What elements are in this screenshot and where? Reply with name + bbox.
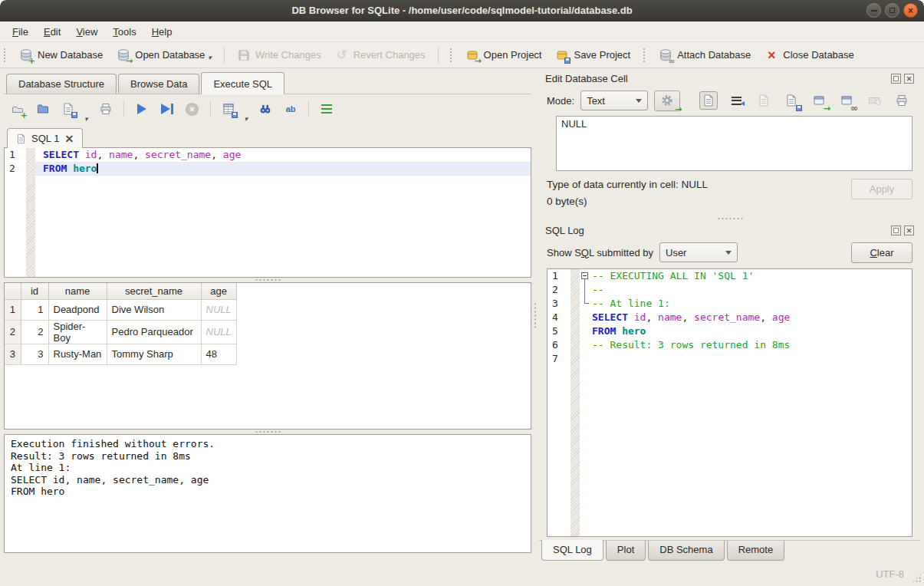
close-tab-icon[interactable]: ✕	[64, 133, 74, 144]
column-header-secret-name[interactable]: secret_name	[107, 283, 201, 299]
sql-log-dock: SQL Log ✕ Show SQL submitted by User Cle…	[539, 222, 920, 540]
column-header-age[interactable]: age	[201, 283, 236, 299]
tab-browse-data[interactable]: Browse Data	[118, 74, 199, 94]
table-cell[interactable]: 48	[201, 344, 236, 364]
close-button[interactable]: ×	[903, 3, 918, 18]
toolbar-separator	[123, 100, 124, 117]
revert-changes-icon: ↺	[335, 48, 349, 62]
edit-cell-icon-strip: → ∞	[699, 91, 912, 110]
toolbar-handle[interactable]	[3, 48, 7, 63]
new-sql-tab-icon[interactable]: +	[10, 101, 25, 117]
print-cell-icon[interactable]	[893, 91, 911, 110]
tab-database-structure[interactable]: Database Structure	[6, 74, 117, 94]
splitter-vertical[interactable]	[531, 68, 539, 563]
fold-marker-icon[interactable]	[581, 272, 588, 279]
autocomplete-icon[interactable]: ab	[283, 101, 298, 117]
sql-log-view[interactable]: 1234567 -- EXECUTING ALL IN 'SQL 1'---- …	[547, 268, 912, 537]
status-bar: UTF-8	[0, 563, 924, 585]
find-icon[interactable]	[258, 101, 273, 117]
toolbar-separator	[308, 100, 309, 117]
splitter-handle-icon	[255, 430, 281, 433]
cell-editor[interactable]: NULL	[556, 116, 912, 171]
sql-tab[interactable]: SQL 1 ✕	[7, 128, 83, 148]
toolbar-handle[interactable]	[643, 48, 646, 63]
column-header-name[interactable]: name	[48, 283, 107, 299]
new-database-button[interactable]: + New Database	[18, 47, 104, 64]
table-cell[interactable]: Tommy Sharp	[107, 344, 201, 364]
format-sql-icon[interactable]	[319, 101, 334, 117]
minimize-button[interactable]	[866, 3, 881, 18]
save-results-icon[interactable]	[221, 101, 236, 117]
dropdown-arrow-icon[interactable]: ▾	[208, 54, 212, 62]
column-header-id[interactable]: id	[21, 283, 48, 299]
main-toolbar: + New Database → Open Database ▾ Write C…	[0, 42, 924, 68]
resize-grip[interactable]	[912, 573, 922, 583]
line-number: 3	[547, 297, 571, 311]
table-cell[interactable]: Deadpond	[48, 299, 107, 320]
dock-tab-db-schema[interactable]: DB Schema	[648, 541, 724, 561]
sql-editor[interactable]: 12 SELECT id, name, secret_name, ageFROM…	[4, 147, 531, 278]
dock-splitter[interactable]	[539, 216, 920, 222]
table-cell[interactable]: Dive Wilson	[107, 299, 201, 320]
titlebar[interactable]: DB Browser for SQLite - /home/user/code/…	[0, 0, 924, 21]
dock-title-label: SQL Log	[545, 225, 584, 236]
menu-file[interactable]: File	[5, 23, 36, 41]
log-margin	[571, 269, 580, 536]
table-cell[interactable]: Spider-Boy	[48, 320, 107, 344]
toolbar-handle[interactable]	[449, 48, 453, 63]
editor-code-area[interactable]: SELECT id, name, secret_name, ageFROM he…	[35, 148, 531, 277]
auto-format-button[interactable]: →	[654, 91, 680, 111]
dock-close-icon[interactable]: ✕	[904, 74, 914, 84]
tab-execute-sql[interactable]: Execute SQL	[201, 72, 284, 94]
splitter-handle-icon	[534, 302, 537, 330]
sql-log-controls: Show SQL submitted by User Clear	[539, 239, 920, 265]
open-external-icon[interactable]: →	[810, 91, 828, 110]
table-cell[interactable]: 2	[21, 320, 48, 344]
maximize-button[interactable]	[885, 3, 899, 18]
attach-database-button[interactable]: ∞ Attach Database	[657, 47, 752, 64]
open-sql-file-icon[interactable]	[35, 101, 51, 117]
dropdown-arrow-icon[interactable]: ▾	[245, 115, 248, 123]
open-project-button[interactable]: → Open Project	[464, 47, 544, 64]
execute-current-line-icon[interactable]	[159, 101, 175, 117]
table-cell[interactable]: 1	[21, 299, 48, 320]
code-line: FROM hero	[35, 162, 531, 176]
dock-float-icon[interactable]	[891, 74, 901, 84]
submitter-value: User	[666, 247, 686, 258]
dock-close-icon[interactable]: ✕	[904, 226, 914, 235]
print-sql-icon[interactable]	[98, 101, 113, 117]
menu-edit[interactable]: Edit	[36, 23, 68, 41]
menu-help[interactable]: Help	[144, 23, 180, 41]
close-database-button[interactable]: × Close Database	[763, 47, 856, 64]
open-database-button[interactable]: → Open Database ▾	[115, 47, 213, 64]
execute-all-icon[interactable]	[134, 101, 150, 117]
export-data-icon[interactable]	[782, 91, 801, 110]
table-cell[interactable]: NULL	[201, 299, 236, 320]
table-cell[interactable]: Pedro Parqueador	[107, 320, 201, 344]
dock-tab-sql-log[interactable]: SQL Log	[541, 540, 603, 561]
text-mode-icon[interactable]	[699, 91, 718, 110]
cell-type-info: Type of data currently in cell: NULL	[547, 179, 708, 190]
clear-button[interactable]: Clear	[851, 242, 912, 263]
menu-tools[interactable]: Tools	[105, 23, 143, 41]
dropdown-arrow-icon[interactable]: ▾	[84, 115, 88, 123]
submitter-select[interactable]: User	[659, 242, 738, 262]
table-cell[interactable]: 3	[21, 344, 48, 364]
row-header[interactable]: 1	[5, 299, 21, 320]
row-header[interactable]: 2	[5, 320, 21, 344]
save-sql-file-icon[interactable]	[61, 101, 76, 117]
save-project-button[interactable]: Save Project	[554, 47, 632, 64]
menu-view[interactable]: View	[68, 23, 105, 41]
row-header[interactable]: 3	[5, 344, 21, 364]
apply-button: Apply	[851, 179, 912, 199]
dock-tab-remote[interactable]: Remote	[727, 541, 785, 561]
table-cell[interactable]: NULL	[201, 320, 236, 344]
table-cell[interactable]: Rusty-Man	[48, 344, 107, 364]
copy-link-icon[interactable]: ∞	[837, 91, 856, 110]
dock-tab-plot[interactable]: Plot	[606, 541, 646, 561]
mode-select[interactable]: Text	[580, 91, 648, 110]
word-wrap-icon[interactable]	[727, 91, 745, 110]
execution-message: Execution finished without errors. Resul…	[11, 438, 524, 498]
line-number: 1	[5, 148, 26, 162]
dock-float-icon[interactable]	[891, 226, 901, 235]
